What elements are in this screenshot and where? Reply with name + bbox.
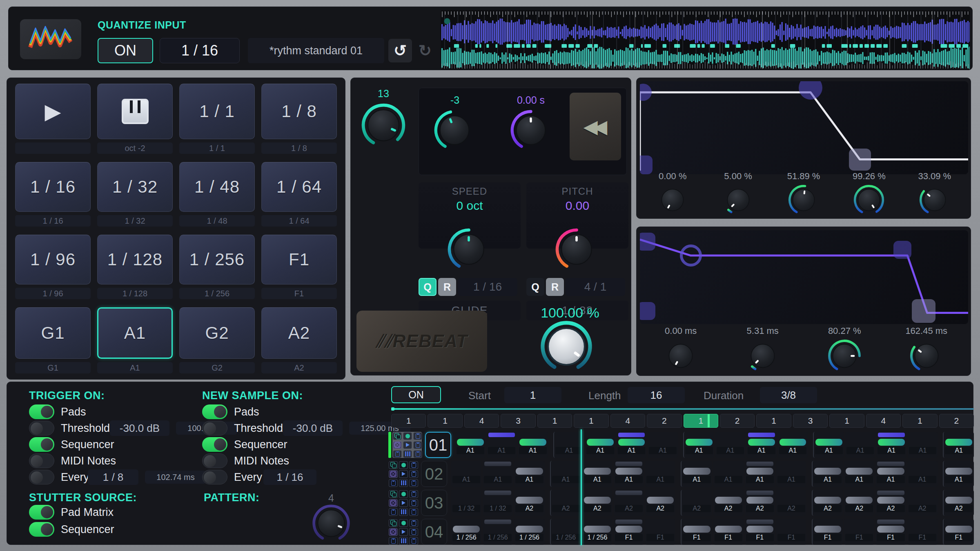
- toggle-switch[interactable]: [202, 404, 227, 419]
- envelope-1-display[interactable]: [640, 81, 968, 174]
- step-cell[interactable]: 1 / 256: [483, 519, 513, 545]
- step-cell[interactable]: A2: [645, 490, 675, 516]
- step-cell[interactable]: F1: [745, 519, 775, 545]
- steps-icon[interactable]: [403, 450, 412, 458]
- envelope-knob[interactable]: [657, 184, 688, 216]
- paste-icon[interactable]: [389, 508, 398, 516]
- step-cell[interactable]: A1: [876, 432, 906, 458]
- step-cell[interactable]: F1: [812, 519, 843, 545]
- toggle-switch[interactable]: [29, 522, 54, 537]
- envelope-knob[interactable]: [919, 184, 951, 216]
- pattern-step-cell[interactable]: 3: [501, 414, 535, 428]
- speed-knob[interactable]: [447, 227, 491, 271]
- pattern-step-cell[interactable]: 2: [647, 414, 682, 428]
- paste-icon[interactable]: [413, 441, 422, 449]
- step-cell[interactable]: A1: [812, 461, 843, 487]
- pad-button[interactable]: F1: [261, 235, 337, 284]
- pattern-step-cell[interactable]: 2: [939, 414, 974, 428]
- reverse-button[interactable]: ◀◀: [570, 93, 621, 160]
- step-cell[interactable]: A1: [451, 461, 481, 487]
- mix-knob[interactable]: [539, 320, 593, 373]
- toggle-switch[interactable]: [29, 421, 54, 435]
- step-cell[interactable]: A1: [553, 432, 584, 458]
- step-cell[interactable]: 1 / 32: [451, 490, 481, 516]
- step-cell[interactable]: A2: [943, 490, 974, 516]
- dice-icon[interactable]: [389, 470, 398, 478]
- step-cell[interactable]: A1: [614, 461, 644, 487]
- step-cell[interactable]: A2: [844, 490, 874, 516]
- step-cell[interactable]: F1: [776, 519, 806, 545]
- pad-button[interactable]: G2: [179, 307, 255, 359]
- record-icon[interactable]: [399, 490, 408, 498]
- speed-rate-value[interactable]: 1 / 16: [458, 278, 517, 296]
- step-cell[interactable]: A1: [582, 461, 612, 487]
- toggle-value-box[interactable]: -30.0 dB: [110, 420, 169, 436]
- paste-icon[interactable]: [409, 470, 418, 478]
- pattern-step-cell[interactable]: 1: [537, 414, 572, 428]
- step-cell[interactable]: A1: [518, 432, 548, 458]
- paste-icon[interactable]: [413, 432, 422, 440]
- play-icon[interactable]: [399, 528, 408, 536]
- paste-icon[interactable]: [409, 528, 418, 536]
- step-cell[interactable]: A1: [585, 432, 615, 458]
- row-number-button[interactable]: 03: [421, 490, 447, 516]
- redo-button[interactable]: ↻: [414, 39, 436, 62]
- copy-icon[interactable]: [393, 432, 402, 440]
- envelope-knob[interactable]: [664, 339, 698, 373]
- pad-button[interactable]: A1: [97, 307, 173, 359]
- envelope-knob[interactable]: [909, 339, 944, 373]
- row-number-button[interactable]: 04: [421, 519, 447, 545]
- pattern-step-cell[interactable]: 3: [793, 414, 828, 428]
- step-cell[interactable]: A1: [487, 432, 517, 458]
- step-cell[interactable]: A1: [713, 461, 744, 487]
- toggle-value-box[interactable]: 1 / 16: [263, 469, 316, 485]
- step-cell[interactable]: A1: [845, 432, 875, 458]
- start-value[interactable]: 1: [504, 387, 561, 403]
- pad-button[interactable]: 1 / 128: [97, 235, 173, 284]
- toggle-switch[interactable]: [29, 404, 54, 419]
- duration-value[interactable]: 3/8: [760, 387, 817, 403]
- play-icon[interactable]: [399, 499, 408, 507]
- step-cell[interactable]: A1: [455, 432, 486, 458]
- step-cell[interactable]: F1: [681, 519, 712, 545]
- steps-icon[interactable]: [399, 508, 408, 516]
- pattern-knob[interactable]: [312, 504, 351, 543]
- paste-icon[interactable]: [413, 450, 422, 458]
- step-cell[interactable]: A1: [683, 432, 714, 458]
- step-cell[interactable]: 1 / 32: [483, 490, 513, 516]
- pattern-step-cell[interactable]: 4: [866, 414, 901, 428]
- preset-name-field[interactable]: *rythm standard 01: [248, 38, 384, 63]
- step-cell[interactable]: A1: [943, 461, 974, 487]
- step-cell[interactable]: A1: [681, 461, 712, 487]
- step-cell[interactable]: A1: [645, 461, 675, 487]
- step-cell[interactable]: F1: [875, 519, 906, 545]
- step-cell[interactable]: A1: [943, 432, 974, 458]
- pattern-step-cell[interactable]: 1: [829, 414, 864, 428]
- pattern-step-cell[interactable]: 4: [464, 414, 499, 428]
- pad-button[interactable]: 1 / 256: [179, 235, 255, 284]
- play-icon[interactable]: [399, 470, 408, 478]
- pattern-step-cell[interactable]: 1: [428, 414, 462, 428]
- envelope-2-display[interactable]: [640, 230, 968, 324]
- speed-q-button[interactable]: Q: [419, 278, 437, 296]
- quantize-on-button[interactable]: ON: [98, 38, 153, 63]
- toggle-switch[interactable]: [202, 453, 227, 468]
- step-cell[interactable]: A2: [745, 490, 775, 516]
- dice-icon[interactable]: [393, 441, 402, 449]
- step-cell[interactable]: A1: [875, 461, 906, 487]
- steps-icon[interactable]: [399, 537, 408, 545]
- record-icon[interactable]: [399, 519, 408, 527]
- step-cell[interactable]: A1: [778, 432, 808, 458]
- toggle-switch[interactable]: [202, 437, 227, 452]
- step-cell[interactable]: A1: [715, 432, 746, 458]
- step-cell[interactable]: A2: [875, 490, 906, 516]
- pad-button[interactable]: 1 / 48: [179, 162, 255, 212]
- toggle-switch[interactable]: [29, 505, 54, 520]
- step-cell[interactable]: F1: [907, 519, 938, 545]
- pad-button[interactable]: 1 / 16: [15, 162, 91, 212]
- pitch-q-button[interactable]: Q: [526, 278, 544, 296]
- step-cell[interactable]: A2: [776, 490, 806, 516]
- pitch-r-button[interactable]: R: [546, 278, 564, 296]
- loop-knob[interactable]: [361, 102, 406, 148]
- pad-button[interactable]: 1 / 1: [179, 84, 255, 139]
